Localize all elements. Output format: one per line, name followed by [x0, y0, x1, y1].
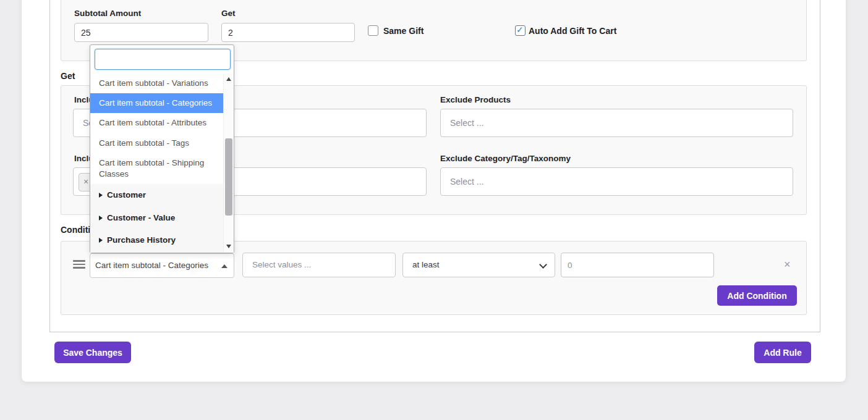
scroll-up-icon[interactable] — [224, 75, 234, 84]
subtotal-amount-label: Subtotal Amount — [74, 9, 141, 18]
same-gift-label: Same Gift — [383, 26, 423, 36]
triangle-right-icon — [99, 216, 103, 220]
auto-add-gift-checkbox[interactable]: ✓ — [515, 25, 525, 36]
condition-type-dropdown: Cart item subtotal - VariationsCart item… — [90, 44, 234, 253]
exclude-category-label: Exclude Category/Tag/Taxonomy — [440, 154, 571, 163]
remove-condition-icon[interactable]: × — [784, 258, 791, 271]
condition-values-placeholder: Select values ... — [252, 260, 311, 269]
dropdown-search-input[interactable] — [95, 49, 231, 70]
checkmark-icon: ✓ — [516, 25, 524, 35]
dropdown-option[interactable]: Cart item subtotal - Shipping Classes — [90, 153, 223, 184]
dropdown-list: Cart item subtotal - VariationsCart item… — [90, 74, 223, 253]
condition-type-select[interactable]: Cart item subtotal - Categories — [90, 253, 234, 278]
exclude-category-select[interactable]: Select ... — [440, 167, 793, 196]
dropdown-option[interactable]: Cart item subtotal - Tags — [90, 133, 223, 153]
drag-handle-icon[interactable] — [73, 260, 85, 270]
condition-operator-value: at least — [412, 260, 440, 269]
exclude-products-placeholder: Select ... — [450, 118, 483, 128]
add-condition-button[interactable]: Add Condition — [717, 285, 797, 306]
get-quantity-input[interactable] — [221, 23, 355, 42]
dropdown-scrollbar[interactable] — [223, 74, 234, 253]
auto-add-gift-label: Auto Add Gift To Cart — [529, 26, 616, 36]
condition-values-select[interactable]: Select values ... — [242, 253, 396, 277]
exclude-products-select[interactable]: Select ... — [440, 109, 793, 137]
condition-amount-input[interactable] — [561, 253, 714, 277]
scrollbar-thumb[interactable] — [225, 138, 232, 216]
dropdown-option[interactable]: Cart item subtotal - Variations — [90, 74, 223, 93]
exclude-category-placeholder: Select ... — [450, 177, 483, 187]
dropdown-group-item[interactable]: Purchase History — [90, 251, 223, 253]
chip-remove-icon[interactable]: × — [83, 177, 88, 187]
condition-type-value: Cart item subtotal - Categories — [95, 261, 208, 270]
save-changes-button[interactable]: Save Changes — [54, 342, 131, 363]
same-gift-checkbox[interactable] — [368, 25, 378, 36]
dropdown-group-item[interactable]: Purchase History — [90, 229, 223, 251]
scroll-down-icon[interactable] — [224, 242, 234, 251]
get-quantity-label: Get — [221, 9, 236, 18]
exclude-products-label: Exclude Products — [440, 95, 511, 104]
dropdown-group-item[interactable]: Customer - Value — [90, 207, 223, 229]
triangle-right-icon — [99, 238, 103, 243]
triangle-up-icon — [221, 264, 228, 268]
triangle-right-icon — [99, 193, 103, 198]
chevron-down-icon — [539, 261, 547, 269]
dropdown-option[interactable]: Cart item subtotal - Attributes — [90, 113, 223, 133]
subtotal-amount-input[interactable] — [74, 23, 208, 42]
dropdown-option[interactable]: Cart item subtotal - Categories — [90, 93, 223, 113]
get-section-heading: Get — [61, 71, 75, 81]
condition-operator-select[interactable]: at least — [402, 253, 555, 277]
add-rule-button[interactable]: Add Rule — [754, 342, 811, 363]
dropdown-group-item[interactable]: Customer — [90, 184, 223, 206]
page: Subtotal Amount Get Same Gift ✓ Auto Add… — [0, 0, 868, 420]
